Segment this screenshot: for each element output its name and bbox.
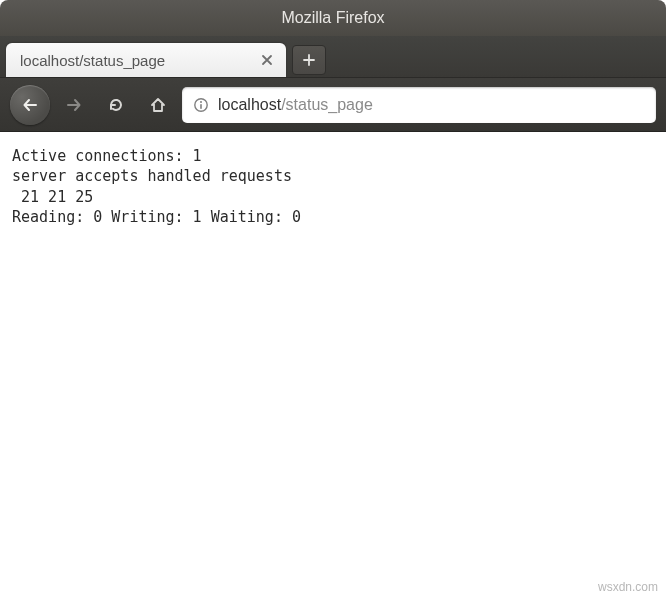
- reload-button[interactable]: [98, 87, 134, 123]
- forward-button[interactable]: [56, 87, 92, 123]
- browser-window: Mozilla Firefox localhost/status_page: [0, 0, 666, 600]
- window-title: Mozilla Firefox: [281, 9, 384, 27]
- home-button[interactable]: [140, 87, 176, 123]
- page-content: Active connections: 1 server accepts han…: [0, 132, 666, 600]
- nav-toolbar: localhost/status_page: [0, 78, 666, 132]
- status-line-counts: 21 21 25: [12, 188, 93, 206]
- address-bar[interactable]: localhost/status_page: [182, 87, 656, 123]
- url-text: localhost/status_page: [218, 96, 646, 114]
- site-info-icon[interactable]: [192, 96, 210, 114]
- status-line-header: server accepts handled requests: [12, 167, 292, 185]
- window-titlebar[interactable]: Mozilla Firefox: [0, 0, 666, 36]
- back-button[interactable]: [10, 85, 50, 125]
- url-host: localhost: [218, 96, 281, 113]
- watermark: wsxdn.com: [598, 580, 658, 594]
- close-tab-icon[interactable]: [258, 51, 276, 69]
- tab-strip: localhost/status_page: [0, 36, 666, 78]
- tab-label: localhost/status_page: [20, 52, 248, 69]
- svg-rect-2: [200, 104, 202, 109]
- tab-active[interactable]: localhost/status_page: [6, 43, 286, 77]
- status-line-active: Active connections: 1: [12, 147, 202, 165]
- status-line-rw: Reading: 0 Writing: 1 Waiting: 0: [12, 208, 301, 226]
- svg-point-1: [200, 101, 202, 103]
- url-path: /status_page: [281, 96, 373, 113]
- new-tab-button[interactable]: [292, 45, 326, 75]
